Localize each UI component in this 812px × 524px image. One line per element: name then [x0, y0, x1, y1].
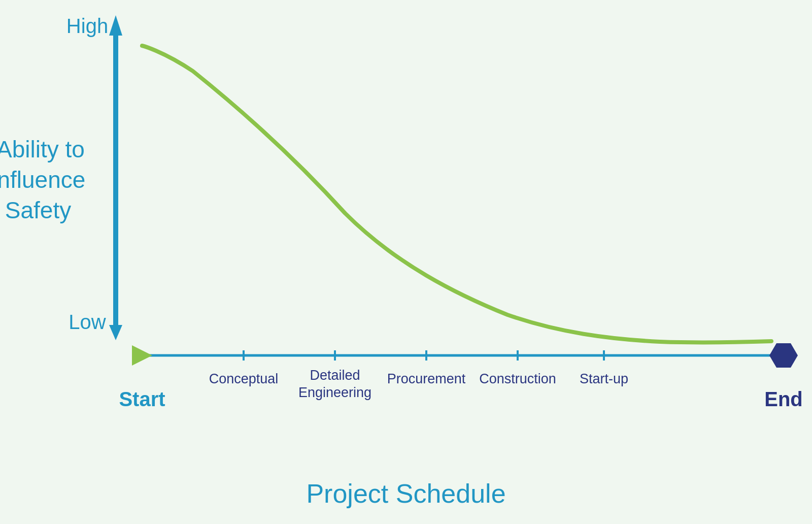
- svg-marker-4: [132, 345, 152, 366]
- phase-construction: Construction: [479, 371, 556, 386]
- phase-conceptual: Conceptual: [209, 371, 279, 386]
- low-label: Low: [69, 311, 106, 333]
- phase-detailed-eng: Detailed: [310, 368, 360, 383]
- phase-procurement: Procurement: [387, 371, 466, 386]
- y-axis-title-line2: Influence: [0, 167, 85, 193]
- chart-svg: Conceptual Detailed Engineering Procurem…: [0, 0, 812, 524]
- y-axis-title-line3: Safety: [5, 197, 71, 223]
- y-axis-title-line1: Ability to: [0, 136, 85, 162]
- high-label: High: [66, 15, 108, 37]
- phase-engineering: Engineering: [298, 385, 371, 400]
- x-axis-title: Project Schedule: [306, 479, 505, 508]
- svg-marker-1: [109, 15, 122, 36]
- chart-container: Conceptual Detailed Engineering Procurem…: [0, 0, 812, 524]
- phase-startup: Start-up: [580, 371, 628, 386]
- svg-marker-10: [769, 343, 798, 368]
- start-label: Start: [119, 388, 165, 410]
- end-label: End: [764, 388, 803, 410]
- svg-marker-2: [109, 325, 122, 340]
